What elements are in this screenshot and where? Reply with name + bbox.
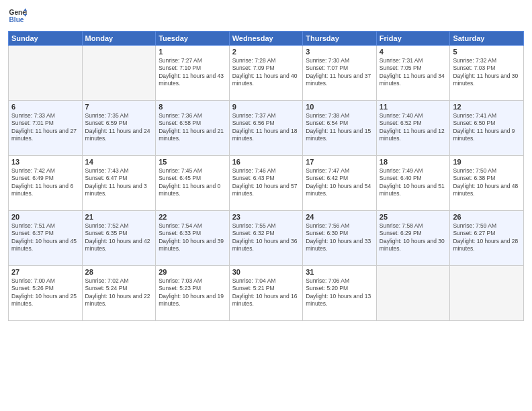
calendar-cell: [9, 46, 83, 101]
weekday-header-sunday: Sunday: [9, 32, 83, 46]
day-number: 2: [232, 48, 300, 56]
day-number: 11: [380, 103, 447, 111]
calendar-cell: 3Sunrise: 7:30 AMSunset: 7:07 PMDaylight…: [303, 46, 377, 101]
day-number: 6: [11, 103, 79, 111]
calendar-cell: [82, 46, 156, 101]
day-info: Sunrise: 7:35 AMSunset: 6:59 PMDaylight:…: [85, 112, 153, 143]
calendar-cell: 28Sunrise: 7:02 AMSunset: 5:24 PMDayligh…: [82, 266, 156, 321]
day-number: 25: [380, 213, 447, 221]
day-info: Sunrise: 7:32 AMSunset: 7:03 PMDaylight:…: [453, 57, 521, 88]
calendar-cell: 27Sunrise: 7:00 AMSunset: 5:26 PMDayligh…: [9, 266, 83, 321]
calendar-cell: 31Sunrise: 7:06 AMSunset: 5:20 PMDayligh…: [303, 266, 377, 321]
day-number: 27: [11, 268, 79, 276]
weekday-header-thursday: Thursday: [303, 32, 377, 46]
weekday-header-saturday: Saturday: [450, 32, 524, 46]
day-number: 19: [453, 158, 521, 166]
day-info: Sunrise: 7:41 AMSunset: 6:50 PMDaylight:…: [453, 112, 521, 143]
day-number: 3: [306, 48, 373, 56]
calendar-cell: 9Sunrise: 7:37 AMSunset: 6:56 PMDaylight…: [229, 101, 303, 156]
day-info: Sunrise: 7:33 AMSunset: 7:01 PMDaylight:…: [11, 112, 79, 143]
day-number: 13: [11, 158, 79, 166]
day-info: Sunrise: 7:38 AMSunset: 6:54 PMDaylight:…: [306, 112, 373, 143]
day-info: Sunrise: 7:42 AMSunset: 6:49 PMDaylight:…: [11, 167, 79, 198]
week-row-5: 27Sunrise: 7:00 AMSunset: 5:26 PMDayligh…: [9, 266, 524, 321]
day-info: Sunrise: 7:36 AMSunset: 6:58 PMDaylight:…: [159, 112, 226, 143]
day-info: Sunrise: 7:43 AMSunset: 6:47 PMDaylight:…: [85, 167, 153, 198]
calendar-cell: 6Sunrise: 7:33 AMSunset: 7:01 PMDaylight…: [9, 101, 83, 156]
calendar-cell: 5Sunrise: 7:32 AMSunset: 7:03 PMDaylight…: [450, 46, 524, 101]
day-number: 15: [159, 158, 226, 166]
calendar-cell: 13Sunrise: 7:42 AMSunset: 6:49 PMDayligh…: [9, 156, 83, 211]
day-info: Sunrise: 7:04 AMSunset: 5:21 PMDaylight:…: [232, 277, 300, 308]
day-info: Sunrise: 7:47 AMSunset: 6:42 PMDaylight:…: [306, 167, 373, 198]
day-number: 23: [232, 213, 300, 221]
logo: General Blue: [8, 7, 27, 26]
calendar-cell: 12Sunrise: 7:41 AMSunset: 6:50 PMDayligh…: [450, 101, 524, 156]
day-info: Sunrise: 7:51 AMSunset: 6:37 PMDaylight:…: [11, 222, 79, 253]
weekday-header-wednesday: Wednesday: [229, 32, 303, 46]
day-number: 14: [85, 158, 153, 166]
day-number: 1: [159, 48, 226, 56]
week-row-4: 20Sunrise: 7:51 AMSunset: 6:37 PMDayligh…: [9, 211, 524, 266]
day-info: Sunrise: 7:49 AMSunset: 6:40 PMDaylight:…: [380, 167, 447, 198]
day-info: Sunrise: 7:27 AMSunset: 7:10 PMDaylight:…: [159, 57, 226, 88]
day-number: 7: [85, 103, 153, 111]
day-number: 8: [159, 103, 226, 111]
day-number: 31: [306, 268, 373, 276]
day-number: 17: [306, 158, 373, 166]
calendar-cell: 16Sunrise: 7:46 AMSunset: 6:43 PMDayligh…: [229, 156, 303, 211]
day-info: Sunrise: 7:37 AMSunset: 6:56 PMDaylight:…: [232, 112, 300, 143]
weekday-header-tuesday: Tuesday: [156, 32, 230, 46]
day-info: Sunrise: 7:58 AMSunset: 6:29 PMDaylight:…: [380, 222, 447, 253]
calendar-cell: 26Sunrise: 7:59 AMSunset: 6:27 PMDayligh…: [450, 211, 524, 266]
calendar-cell: 15Sunrise: 7:45 AMSunset: 6:45 PMDayligh…: [156, 156, 230, 211]
calendar-cell: 7Sunrise: 7:35 AMSunset: 6:59 PMDaylight…: [82, 101, 156, 156]
day-number: 30: [232, 268, 300, 276]
day-number: 24: [306, 213, 373, 221]
calendar-cell: 23Sunrise: 7:55 AMSunset: 6:32 PMDayligh…: [229, 211, 303, 266]
day-number: 21: [85, 213, 153, 221]
day-number: 4: [380, 48, 447, 56]
day-number: 28: [85, 268, 153, 276]
calendar-cell: 29Sunrise: 7:03 AMSunset: 5:23 PMDayligh…: [156, 266, 230, 321]
day-number: 20: [11, 213, 79, 221]
calendar-cell: 22Sunrise: 7:54 AMSunset: 6:33 PMDayligh…: [156, 211, 230, 266]
day-number: 22: [159, 213, 226, 221]
day-info: Sunrise: 7:56 AMSunset: 6:30 PMDaylight:…: [306, 222, 373, 253]
day-info: Sunrise: 7:00 AMSunset: 5:26 PMDaylight:…: [11, 277, 79, 308]
svg-text:Blue: Blue: [9, 16, 24, 24]
day-number: 26: [453, 213, 521, 221]
day-info: Sunrise: 7:55 AMSunset: 6:32 PMDaylight:…: [232, 222, 300, 253]
day-number: 5: [453, 48, 521, 56]
day-info: Sunrise: 7:45 AMSunset: 6:45 PMDaylight:…: [159, 167, 226, 198]
week-row-2: 6Sunrise: 7:33 AMSunset: 7:01 PMDaylight…: [9, 101, 524, 156]
day-info: Sunrise: 7:52 AMSunset: 6:35 PMDaylight:…: [85, 222, 153, 253]
header: General Blue: [8, 7, 524, 26]
day-info: Sunrise: 7:03 AMSunset: 5:23 PMDaylight:…: [159, 277, 226, 308]
day-info: Sunrise: 7:50 AMSunset: 6:38 PMDaylight:…: [453, 167, 521, 198]
day-info: Sunrise: 7:31 AMSunset: 7:05 PMDaylight:…: [380, 57, 447, 88]
day-info: Sunrise: 7:59 AMSunset: 6:27 PMDaylight:…: [453, 222, 521, 253]
day-info: Sunrise: 7:28 AMSunset: 7:09 PMDaylight:…: [232, 57, 300, 88]
calendar-cell: 8Sunrise: 7:36 AMSunset: 6:58 PMDaylight…: [156, 101, 230, 156]
weekday-header-monday: Monday: [82, 32, 156, 46]
calendar-cell: 10Sunrise: 7:38 AMSunset: 6:54 PMDayligh…: [303, 101, 377, 156]
calendar-cell: 18Sunrise: 7:49 AMSunset: 6:40 PMDayligh…: [376, 156, 450, 211]
logo-icon: General Blue: [8, 7, 27, 26]
calendar-cell: 17Sunrise: 7:47 AMSunset: 6:42 PMDayligh…: [303, 156, 377, 211]
day-number: 10: [306, 103, 373, 111]
calendar-cell: [376, 266, 450, 321]
calendar-cell: 20Sunrise: 7:51 AMSunset: 6:37 PMDayligh…: [9, 211, 83, 266]
day-number: 12: [453, 103, 521, 111]
day-info: Sunrise: 7:46 AMSunset: 6:43 PMDaylight:…: [232, 167, 300, 198]
calendar-cell: 11Sunrise: 7:40 AMSunset: 6:52 PMDayligh…: [376, 101, 450, 156]
calendar-cell: [450, 266, 524, 321]
calendar-container: General Blue SundayMondayTuesdayWednesda…: [0, 0, 532, 411]
day-number: 29: [159, 268, 226, 276]
calendar-cell: 4Sunrise: 7:31 AMSunset: 7:05 PMDaylight…: [376, 46, 450, 101]
day-info: Sunrise: 7:02 AMSunset: 5:24 PMDaylight:…: [85, 277, 153, 308]
day-info: Sunrise: 7:54 AMSunset: 6:33 PMDaylight:…: [159, 222, 226, 253]
day-number: 9: [232, 103, 300, 111]
calendar-table: SundayMondayTuesdayWednesdayThursdayFrid…: [8, 31, 524, 321]
calendar-cell: 19Sunrise: 7:50 AMSunset: 6:38 PMDayligh…: [450, 156, 524, 211]
